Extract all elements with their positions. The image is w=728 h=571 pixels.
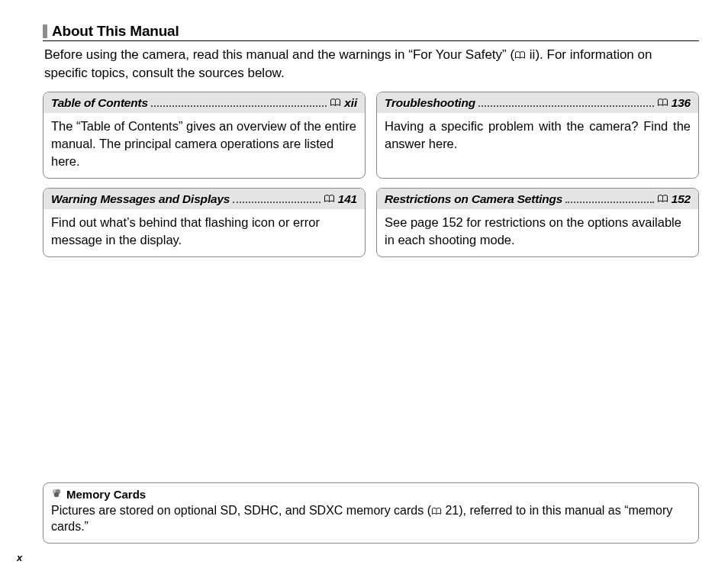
panel-restrictions: Restrictions on Camera Settings 152 See …: [376, 188, 699, 257]
panel-body: See page 152 for restrictions on the opt…: [377, 209, 698, 256]
panel-page-number: 141: [338, 192, 357, 206]
panel-title: Table of Contents: [51, 96, 148, 110]
svg-point-7: [54, 492, 59, 497]
dot-leader: [565, 202, 653, 203]
book-icon: [514, 47, 526, 62]
note-header: Memory Cards: [51, 488, 691, 501]
panel-body: Having a specific problem with the camer…: [377, 113, 698, 160]
panel-grid: Table of Contents xii The “Table of Cont…: [43, 92, 699, 257]
dot-leader: [233, 202, 320, 203]
book-icon: [324, 195, 335, 203]
panel-troubleshooting: Troubleshooting 136 Having a specific pr…: [376, 92, 699, 179]
dot-leader: [478, 105, 654, 107]
panel-title: Restrictions on Camera Settings: [385, 192, 562, 206]
panel-table-of-contents: Table of Contents xii The “Table of Cont…: [43, 92, 366, 179]
book-icon: [657, 98, 668, 107]
heading-accent-bar: [43, 24, 47, 38]
panel-header: Table of Contents xii: [43, 92, 365, 113]
panel-title: Troubleshooting: [385, 96, 475, 110]
panel-header: Restrictions on Camera Settings 152: [377, 189, 698, 209]
panel-page-ref: xii: [330, 96, 357, 110]
panel-warning-messages: Warning Messages and Displays 141 Find o…: [43, 188, 366, 257]
panel-page-number: 152: [672, 192, 691, 206]
panel-page-ref: 141: [324, 192, 357, 206]
book-icon: [657, 195, 668, 203]
note-bullet-icon: [51, 488, 62, 501]
panel-body: Find out what’s behind that flashing ico…: [43, 209, 365, 256]
heading-text: About This Manual: [52, 23, 179, 40]
panel-page-ref: 152: [657, 192, 691, 206]
dot-leader: [151, 105, 327, 107]
book-icon: [431, 504, 442, 517]
panel-page-ref: 136: [657, 96, 691, 110]
panel-header: Troubleshooting 136: [377, 92, 698, 113]
section-heading: About This Manual: [43, 23, 699, 41]
intro-paragraph: Before using the camera, read this manua…: [44, 46, 697, 82]
note-memory-cards: Memory Cards Pictures are stored on opti…: [43, 482, 699, 544]
note-title: Memory Cards: [66, 488, 146, 501]
note-body: Pictures are stored on optional SD, SDHC…: [51, 502, 691, 535]
intro-text-before: Before using the camera, read this manua…: [44, 47, 514, 62]
panel-title: Warning Messages and Displays: [51, 192, 230, 206]
panel-page-number: xii: [344, 96, 357, 110]
panel-body: The “Table of Contents” gives an overvie…: [43, 113, 365, 178]
panel-page-number: 136: [672, 96, 691, 110]
page-number: x: [17, 552, 22, 563]
book-icon: [330, 98, 341, 107]
panel-header: Warning Messages and Displays 141: [43, 189, 365, 209]
note-text-before: Pictures are stored on optional SD, SDHC…: [51, 504, 431, 517]
